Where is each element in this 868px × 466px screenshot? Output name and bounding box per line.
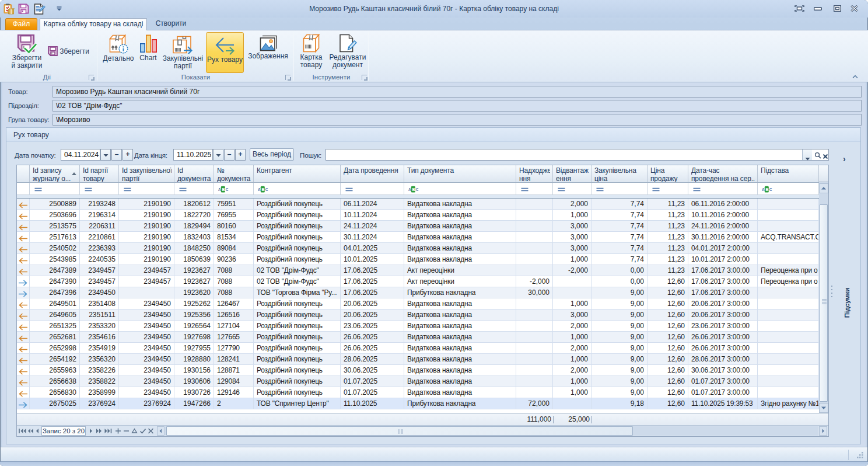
svg-text:C: C xyxy=(769,187,772,192)
svg-text:C: C xyxy=(265,187,268,192)
svg-text:B: B xyxy=(222,187,225,192)
svg-text:A: A xyxy=(218,187,221,192)
svg-text:A: A xyxy=(762,187,765,192)
svg-text:B: B xyxy=(412,187,415,192)
svg-text:A: A xyxy=(258,187,261,192)
svg-text:B: B xyxy=(765,187,768,192)
svg-text:B: B xyxy=(261,187,264,192)
svg-text:C: C xyxy=(416,187,419,192)
svg-text:A: A xyxy=(408,187,411,192)
svg-text:C: C xyxy=(226,187,229,192)
